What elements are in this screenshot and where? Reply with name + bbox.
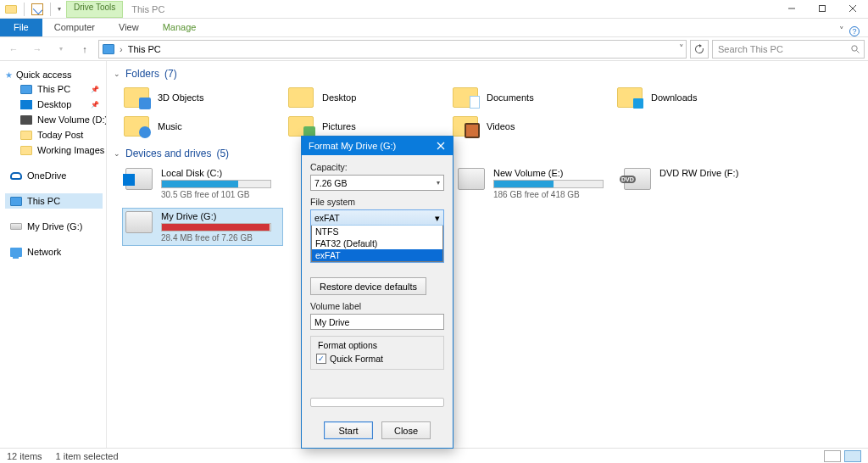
back-button[interactable]: ← [3, 39, 24, 59]
ribbon-tab-computer[interactable]: Computer [42, 18, 107, 36]
chevron-right-icon: › [118, 44, 125, 54]
group-header-folders[interactable]: ⌄ Folders (7) [114, 64, 861, 83]
svg-rect-1 [820, 6, 826, 12]
folder-downloads[interactable]: Downloads [615, 85, 776, 110]
nav-item-today-post[interactable]: Today Post [5, 127, 103, 142]
chevron-down-icon: ▾ [437, 179, 440, 187]
drive-icon [624, 168, 651, 190]
folder-label: Videos [487, 121, 515, 131]
qat-dropdown-icon[interactable]: ▾ [56, 5, 63, 13]
folder-label: Documents [487, 92, 534, 103]
filesystem-option-fat32[interactable]: FAT32 (Default) [312, 237, 442, 249]
capacity-bar [161, 223, 271, 232]
search-icon [850, 44, 860, 54]
nav-item-network[interactable]: Network [5, 244, 103, 259]
folder-icon [288, 116, 314, 137]
drive-label: DVD RW Drive (F:) [659, 168, 738, 178]
maximize-button[interactable] [807, 0, 837, 17]
search-input[interactable]: Search This PC [712, 40, 865, 59]
drive-icon [125, 168, 153, 190]
format-dialog: Format My Drive (G:) Capacity: 7.26 GB ▾… [301, 136, 453, 449]
dialog-titlebar[interactable]: Format My Drive (G:) [302, 137, 453, 155]
filesystem-selected: exFAT [314, 213, 340, 223]
ribbon-tab-manage[interactable]: Manage [151, 18, 209, 36]
nav-item-this-pc[interactable]: This PC📌 [5, 81, 103, 97]
ribbon-expand-icon[interactable]: ˅ [839, 25, 844, 36]
address-bar-row: ← → ▾ ↑ › This PC ˅ Search This PC [0, 37, 868, 61]
nav-item-onedrive[interactable]: OneDrive [5, 168, 103, 183]
navigation-pane: ★ Quick access This PC📌 Desktop📌 New Vol… [0, 61, 107, 448]
forward-button[interactable]: → [27, 39, 47, 59]
nav-item-working-images[interactable]: Working Images [5, 142, 103, 158]
filesystem-option-exfat[interactable]: exFAT [312, 249, 442, 261]
nav-item-desktop[interactable]: Desktop📌 [5, 97, 103, 112]
items-view: ⌄ Folders (7) 3D ObjectsDesktopDocuments… [107, 61, 868, 448]
free-space-label: 28.4 MB free of 7.26 GB [161, 233, 271, 243]
folder-documents[interactable]: Documents [451, 85, 612, 110]
drive-tile[interactable]: New Volume (E:)186 GB free of 418 GB [454, 165, 615, 203]
quick-access-toolbar: ▾ [0, 2, 66, 17]
search-placeholder: Search This PC [718, 44, 783, 54]
folder-3d-objects[interactable]: 3D Objects [122, 85, 283, 110]
free-space-label: 30.5 GB free of 101 GB [161, 190, 271, 199]
qat-properties-icon[interactable] [30, 2, 45, 17]
quick-format-checkbox[interactable]: ✓ [316, 354, 326, 364]
filesystem-select[interactable]: exFAT ▾ NTFS FAT32 (Default) exFAT [310, 209, 444, 263]
folder-label: 3D Objects [158, 92, 203, 103]
format-options-label: Format options [316, 340, 379, 350]
close-button[interactable] [837, 0, 868, 17]
contextual-tab-drive-tools: Drive Tools [66, 1, 123, 18]
dialog-close-button[interactable] [429, 137, 453, 155]
quick-access-label: Quick access [16, 70, 71, 80]
app-icon [3, 2, 19, 17]
address-bar[interactable]: › This PC ˅ [98, 40, 687, 59]
nav-item-this-pc-tree[interactable]: This PC [5, 193, 103, 209]
titlebar: ▾ Drive Tools This PC [0, 0, 868, 19]
folder-videos[interactable]: Videos [451, 114, 612, 139]
up-button[interactable]: ↑ [75, 39, 95, 59]
start-button[interactable]: Start [324, 421, 373, 439]
drive-tile[interactable]: DVD RW Drive (F:) [620, 165, 782, 203]
nav-item-my-drive[interactable]: My Drive (G:) [5, 219, 103, 234]
svg-line-5 [857, 50, 860, 53]
folder-icon [453, 116, 478, 137]
capacity-select[interactable]: 7.26 GB ▾ [310, 175, 444, 191]
view-details-button[interactable] [824, 450, 841, 462]
capacity-label: Capacity: [310, 162, 444, 172]
filesystem-dropdown-list: NTFS FAT32 (Default) exFAT [311, 226, 443, 262]
folder-desktop[interactable]: Desktop [287, 85, 448, 110]
filesystem-label: File system [310, 197, 444, 207]
volume-label-input[interactable] [310, 314, 444, 330]
capacity-bar [161, 180, 271, 188]
drive-label: New Volume (E:) [493, 168, 604, 178]
nav-item-new-volume[interactable]: New Volume (D:) [5, 112, 103, 127]
minimize-button[interactable] [776, 0, 807, 17]
folder-icon [453, 87, 478, 108]
chevron-down-icon: ⌄ [114, 149, 120, 158]
refresh-button[interactable] [690, 40, 709, 59]
network-icon [10, 248, 22, 257]
svg-point-4 [852, 45, 857, 50]
folder-label: Pictures [322, 121, 356, 131]
view-tiles-button[interactable] [844, 450, 861, 462]
format-progress-bar [310, 398, 444, 407]
ribbon-tab-file[interactable]: File [0, 18, 42, 36]
ribbon-tab-view[interactable]: View [107, 18, 151, 36]
close-button[interactable]: Close [381, 421, 431, 439]
drive-tile[interactable]: Local Disk (C:)30.5 GB free of 101 GB [122, 165, 283, 203]
group-header-devices[interactable]: ⌄ Devices and drives (5) [114, 144, 861, 163]
drive-icon [125, 211, 153, 233]
quick-access-header[interactable]: ★ Quick access [5, 68, 103, 81]
capacity-bar [493, 180, 604, 188]
address-dropdown-icon[interactable]: ˅ [679, 43, 684, 54]
volume-label-label: Volume label [310, 301, 444, 311]
recent-locations-button[interactable]: ▾ [51, 39, 71, 59]
pin-icon: 📌 [91, 101, 99, 109]
restore-defaults-button[interactable]: Restore device defaults [310, 277, 426, 295]
drive-label: Local Disk (C:) [161, 168, 271, 178]
folder-music[interactable]: Music [122, 114, 283, 139]
help-icon[interactable]: ? [849, 26, 860, 36]
pin-icon: 📌 [91, 86, 99, 93]
drive-tile-selected[interactable]: My Drive (G:)28.4 MB free of 7.26 GB [122, 208, 283, 246]
filesystem-option-ntfs[interactable]: NTFS [312, 226, 442, 237]
